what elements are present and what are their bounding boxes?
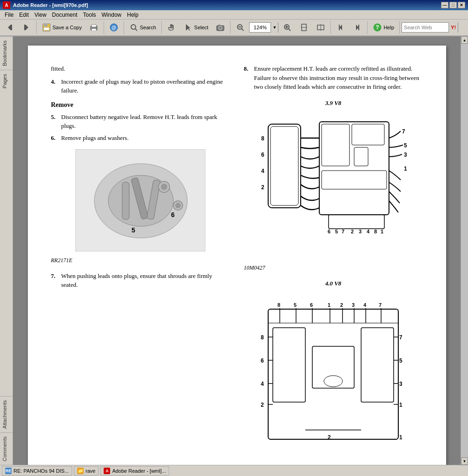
diagram-rr2171e: 5 6 RR2171E xyxy=(51,149,230,264)
diagram-39v8-svg: 8 6 4 2 7 5 3 1 6 5 xyxy=(259,110,408,259)
taskbar-reader-item[interactable]: A Adobe Reader - [wml]... xyxy=(100,466,169,476)
svg-text:5: 5 xyxy=(404,142,407,149)
forward-button[interactable] xyxy=(19,20,34,34)
attachments-panel-tab[interactable]: Attachments xyxy=(0,396,13,432)
menu-tools[interactable]: Tools xyxy=(80,11,99,19)
svg-text:8: 8 xyxy=(261,334,264,341)
zoom-box: ▼ xyxy=(249,22,278,33)
svg-text:1: 1 xyxy=(399,434,402,441)
list-item-5: 5. Disconnect battery negative lead. Rem… xyxy=(51,112,230,131)
list-item: 4. Incorrect grade of plugs may lead to … xyxy=(51,77,230,95)
left-panels: Bookmarks Pages Attachments Comments xyxy=(0,36,13,465)
taskbar-email-icon: RE xyxy=(5,468,12,474)
svg-point-44 xyxy=(175,203,181,208)
menu-window[interactable]: Window xyxy=(99,11,125,19)
fit-page-button[interactable] xyxy=(296,20,312,34)
svg-text:6: 6 xyxy=(261,152,264,158)
zoom-out-button[interactable] xyxy=(232,20,248,34)
first-page-icon xyxy=(336,23,345,32)
svg-text:8: 8 xyxy=(374,229,377,234)
svg-text:6: 6 xyxy=(328,229,330,234)
menu-bar: File Edit View Document Tools Window Hel… xyxy=(0,10,468,20)
svg-text:3: 3 xyxy=(352,302,355,308)
diagram-40v8: 4.0 V8 xyxy=(244,279,423,451)
zoom-in-button[interactable] xyxy=(279,20,295,34)
svg-rect-32 xyxy=(358,25,359,30)
minimize-button[interactable]: — xyxy=(441,2,448,8)
bookmarks-panel-tab[interactable]: Bookmarks xyxy=(0,36,13,70)
fit-width-button[interactable] xyxy=(313,20,329,34)
taskbar-reader-text: Adobe Reader - [wml]... xyxy=(112,468,166,474)
intro-text: fitted. xyxy=(51,64,230,73)
scroll-track[interactable] xyxy=(461,44,468,457)
separator-5 xyxy=(230,21,231,34)
svg-marker-2 xyxy=(26,25,28,30)
back-button[interactable] xyxy=(2,20,18,34)
svg-text:6: 6 xyxy=(171,211,175,218)
menu-view[interactable]: View xyxy=(32,11,49,19)
maximize-button[interactable]: □ xyxy=(449,2,457,8)
scroll-up-arrow[interactable]: ▲ xyxy=(461,36,468,44)
svg-text:4: 4 xyxy=(367,229,370,234)
back-icon xyxy=(5,23,14,32)
search-web-input[interactable] xyxy=(402,25,448,30)
help-button[interactable]: ? Help xyxy=(369,20,397,34)
taskbar-folder-item[interactable]: 📁 rave xyxy=(74,466,99,476)
taskbar-email-text: RE: PANCHOs 94 DIS... xyxy=(13,468,69,474)
save-copy-label: Save a Copy xyxy=(53,25,82,30)
email-button[interactable]: @ xyxy=(106,20,122,34)
diagram-39v8-title: 3.9 V8 xyxy=(244,99,423,108)
separator-3 xyxy=(124,21,124,34)
last-page-icon xyxy=(353,23,362,32)
main-area: Bookmarks Pages Attachments Comments fit… xyxy=(0,36,468,465)
menu-help[interactable]: Help xyxy=(124,11,141,19)
page-right-column: 8. Ensure replacement H.T. leads are cor… xyxy=(244,64,423,458)
step-7-list: 7. When pushing leads onto plugs, ensure… xyxy=(51,271,230,290)
hand-tool-button[interactable] xyxy=(164,20,179,34)
print-button[interactable] xyxy=(86,20,102,34)
svg-text:4: 4 xyxy=(363,302,367,308)
svg-marker-0 xyxy=(8,25,11,30)
pdf-page: fitted. 4. Incorrect grade of plugs may … xyxy=(28,46,446,465)
taskbar-email-item[interactable]: RE RE: PANCHOs 94 DIS... xyxy=(2,466,72,476)
svg-rect-9 xyxy=(92,29,96,31)
svg-text:7: 7 xyxy=(379,302,382,308)
svg-text:3: 3 xyxy=(359,229,362,234)
zoom-dropdown-button[interactable]: ▼ xyxy=(270,22,278,33)
search-web-box: Y! xyxy=(402,22,458,33)
select-button[interactable]: Select xyxy=(180,20,212,34)
zoom-input[interactable] xyxy=(250,25,270,30)
comments-panel-tab[interactable]: Comments xyxy=(0,432,13,465)
menu-edit[interactable]: Edit xyxy=(16,11,32,19)
pages-panel-tab[interactable]: Pages xyxy=(0,70,13,92)
initial-list: 4. Incorrect grade of plugs may lead to … xyxy=(51,77,230,95)
document-area[interactable]: fitted. 4. Incorrect grade of plugs may … xyxy=(13,36,461,465)
title-bar: A Adobe Reader - [wmi[970e.pdf] — □ ✕ xyxy=(0,0,468,10)
save-copy-button[interactable]: Save a Copy xyxy=(39,20,85,34)
search-button[interactable]: Search xyxy=(126,20,159,34)
last-page-button[interactable] xyxy=(349,20,365,34)
close-button[interactable]: ✕ xyxy=(458,2,465,8)
svg-text:5: 5 xyxy=(335,229,338,234)
first-page-button[interactable] xyxy=(333,20,349,34)
menu-document[interactable]: Document xyxy=(49,11,80,19)
fit-width-icon xyxy=(316,23,325,32)
svg-rect-8 xyxy=(92,25,96,27)
list-item-6: 6. Remove plugs and washers. xyxy=(51,133,230,143)
menu-file[interactable]: File xyxy=(2,11,16,19)
diagram-rr2171e-label: RR2171E xyxy=(51,256,230,264)
list-item-8: 8. Ensure replacement H.T. leads are cor… xyxy=(244,64,423,92)
remove-heading: Remove xyxy=(51,100,230,110)
zoom-out-icon xyxy=(236,23,245,32)
scroll-down-arrow[interactable]: ▼ xyxy=(461,457,468,465)
snapshot-button[interactable] xyxy=(212,20,228,34)
yahoo-button[interactable]: Y! xyxy=(448,22,458,33)
svg-rect-38 xyxy=(122,182,129,219)
svg-text:?: ? xyxy=(376,24,379,31)
svg-rect-17 xyxy=(218,25,220,26)
app-icon: A xyxy=(3,1,10,9)
svg-rect-30 xyxy=(339,25,340,30)
taskbar-folder-text: rave xyxy=(86,468,95,474)
separator-2 xyxy=(104,21,104,34)
remove-list: 5. Disconnect battery negative lead. Rem… xyxy=(51,112,230,143)
